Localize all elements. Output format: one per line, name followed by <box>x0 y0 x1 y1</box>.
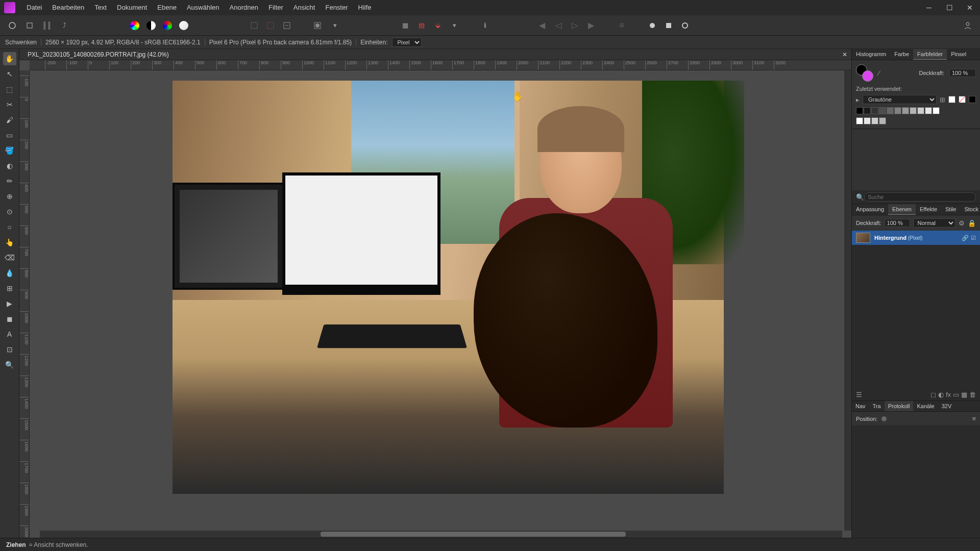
swatch[interactable] <box>879 117 886 124</box>
account-button[interactable] <box>961 18 975 33</box>
studio-right-button[interactable] <box>662 18 676 33</box>
selection-new-button[interactable] <box>247 18 261 33</box>
eyedropper-icon[interactable]: ⁄ <box>878 69 879 77</box>
document-image[interactable] <box>173 81 724 494</box>
layer-visibility-checkbox[interactable]: ☑ <box>971 235 976 241</box>
tab-ebenen[interactable]: Ebenen <box>888 204 916 215</box>
menu-datei[interactable]: Datei <box>21 0 47 15</box>
smudge-tool[interactable]: 👆 <box>3 236 16 249</box>
pan-tool[interactable]: ✋ <box>3 52 16 65</box>
move-tool[interactable]: ↖ <box>3 67 16 81</box>
liquify-persona-button[interactable] <box>22 18 37 33</box>
layer-settings-icon[interactable]: ⚙ <box>959 219 965 227</box>
layer-link-icon[interactable]: 🔗 <box>962 235 969 241</box>
node-tool[interactable]: ⬚ <box>3 83 16 96</box>
swatch[interactable] <box>933 107 940 114</box>
close-button[interactable]: ✕ <box>960 0 980 15</box>
menu-fenster[interactable]: Fenster <box>320 0 353 15</box>
menu-hilfe[interactable]: Hilfe <box>353 0 377 15</box>
tab-farbe[interactable]: Farbe <box>890 49 913 60</box>
swatch[interactable] <box>879 107 886 114</box>
menu-ansicht[interactable]: Ansicht <box>288 0 321 15</box>
tab-stock[interactable]: Stock <box>960 204 980 215</box>
group-layer-icon[interactable]: ▭ <box>953 391 959 398</box>
menu-ebene[interactable]: Ebene <box>152 0 182 15</box>
swatch[interactable] <box>894 107 901 114</box>
maximize-button[interactable]: ☐ <box>939 0 960 15</box>
tab-histogramm[interactable]: Histogramm <box>852 49 890 60</box>
shape-tool[interactable]: ◼ <box>3 312 16 325</box>
tab-pinsel[interactable]: Pinsel <box>947 49 970 60</box>
swatch[interactable] <box>856 107 863 114</box>
pen-tool[interactable]: ▶ <box>3 297 16 310</box>
paint-tool[interactable]: ✏ <box>3 174 16 188</box>
swatch[interactable] <box>917 107 924 114</box>
align-button[interactable]: ≡ <box>615 18 629 33</box>
layer-item[interactable]: Hintergrund (Pixel) 🔗 ☑ <box>852 231 980 245</box>
menu-anordnen[interactable]: Anordnen <box>225 0 263 15</box>
add-white-swatch[interactable] <box>948 96 955 103</box>
position-slider[interactable] <box>881 416 887 421</box>
tab-stile[interactable]: Stile <box>941 204 960 215</box>
selection-add-button[interactable] <box>263 18 278 33</box>
zoom-tool[interactable]: 🔍 <box>3 358 16 371</box>
flood-tool[interactable]: 🪣 <box>3 144 16 157</box>
blend-mode-select[interactable]: Normal <box>913 218 955 228</box>
adjust-layer-icon[interactable]: ◐ <box>938 391 944 398</box>
tab-nav[interactable]: Nav <box>852 401 869 411</box>
snapping-dropdown[interactable]: ▾ <box>447 18 461 33</box>
tab-kanäle[interactable]: Kanäle <box>913 401 938 411</box>
palette-select[interactable]: Grautöne <box>863 95 937 104</box>
menu-bearbeiten[interactable]: Bearbeiten <box>47 0 89 15</box>
swatch[interactable] <box>910 107 917 114</box>
auto-contrast-button[interactable] <box>144 18 158 33</box>
delete-layer-icon[interactable]: 🗑 <box>969 391 976 398</box>
crop-tool[interactable]: ✂ <box>3 98 16 111</box>
history-menu-icon[interactable]: ≡ <box>972 415 976 422</box>
blur-tool[interactable]: 💧 <box>3 266 16 280</box>
tab-effekte[interactable]: Effekte <box>916 204 941 215</box>
quick-mask-dropdown[interactable]: ▾ <box>328 18 342 33</box>
grid-toggle-button[interactable]: ▦ <box>398 18 412 33</box>
quick-mask-button[interactable] <box>310 18 325 33</box>
selection-tool[interactable]: ▭ <box>3 129 16 142</box>
color-swatch-pair[interactable] <box>856 64 873 82</box>
brush-tool[interactable]: 🖌 <box>3 113 16 127</box>
swatch[interactable] <box>902 107 909 114</box>
swatch[interactable] <box>864 117 871 124</box>
clone-tool[interactable]: ⊙ <box>3 205 16 218</box>
swatch[interactable] <box>871 107 878 114</box>
studio-left-button[interactable] <box>645 18 659 33</box>
add-layer-icon[interactable]: ▦ <box>961 391 967 398</box>
tab-tra[interactable]: Tra <box>869 401 885 411</box>
studio-toggle-button[interactable] <box>678 18 692 33</box>
auto-white-balance-button[interactable] <box>177 18 191 33</box>
palette-grid-icon[interactable]: ⊞ <box>940 96 945 104</box>
tab-protokoll[interactable]: Protokoll <box>885 401 914 411</box>
layers-filter-icon[interactable]: ☰ <box>856 391 862 398</box>
menu-text[interactable]: Text <box>89 0 112 15</box>
swatch[interactable] <box>925 107 932 114</box>
develop-persona-button[interactable]: ║║ <box>40 18 54 33</box>
tab-anpassung[interactable]: Anpassung <box>852 204 888 215</box>
assistant-button[interactable]: ℹ <box>478 18 492 33</box>
add-none-swatch[interactable] <box>959 96 966 103</box>
swatch[interactable] <box>864 107 871 114</box>
gradient-tool[interactable]: ◐ <box>3 159 16 172</box>
palette-dropdown-icon[interactable]: ▸ <box>856 96 860 104</box>
auto-colors-button[interactable] <box>160 18 175 33</box>
swatch[interactable] <box>856 117 863 124</box>
mesh-tool[interactable]: ⊞ <box>3 282 16 295</box>
vertical-scrollbar[interactable] <box>844 70 851 531</box>
menu-filter[interactable]: Filter <box>263 0 288 15</box>
dodge-tool[interactable]: ○ <box>3 220 16 234</box>
auto-levels-button[interactable] <box>128 18 142 33</box>
eraser-tool[interactable]: ⌫ <box>3 251 16 264</box>
snapping-button[interactable]: ⬙ <box>431 18 445 33</box>
units-select[interactable]: Pixel <box>392 38 422 47</box>
mask-layer-icon[interactable]: ◻ <box>930 391 936 398</box>
selection-subtract-button[interactable] <box>280 18 294 33</box>
tab-farbfelder[interactable]: Farbfelder <box>913 49 947 60</box>
menu-dokument[interactable]: Dokument <box>112 0 152 15</box>
document-tab[interactable]: PXL_20230105_140800269.PORTRAIT.jpg (42.… <box>23 49 173 60</box>
